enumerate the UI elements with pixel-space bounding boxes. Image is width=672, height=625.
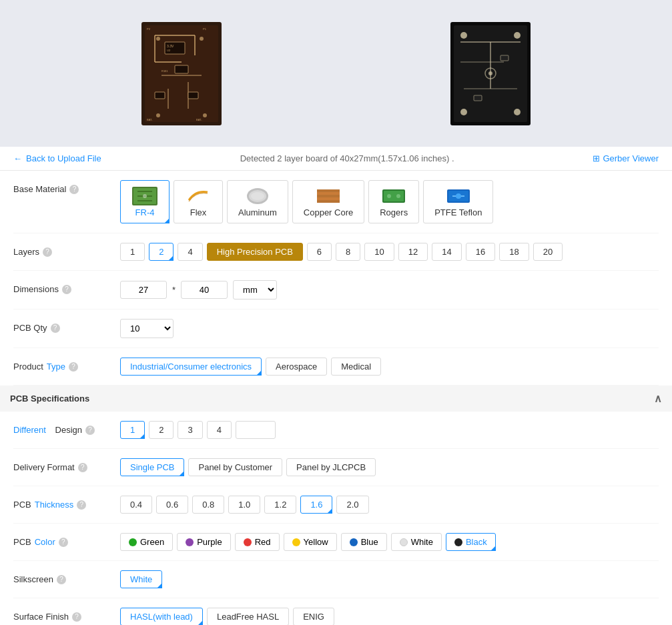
color-black[interactable]: Black (446, 533, 496, 551)
surface-finish-enig[interactable]: ENIG (293, 608, 334, 625)
dimensions-help[interactable]: ? (62, 285, 71, 294)
different-design-1[interactable]: 1 (120, 421, 145, 439)
different-design-3[interactable]: 3 (178, 421, 202, 439)
layers-20[interactable]: 20 (533, 243, 563, 261)
thickness-2-0[interactable]: 2.0 (336, 496, 368, 514)
color-green[interactable]: Green (120, 533, 173, 551)
back-link-label: Back to Upload File (26, 153, 101, 163)
base-material-ptfe[interactable]: PTFE Teflon (423, 180, 493, 223)
thickness-0-8[interactable]: 0.8 (192, 496, 224, 514)
back-to-upload-link[interactable]: ← Back to Upload File (13, 153, 101, 163)
svg-text:3.3V: 3.3V (167, 44, 174, 48)
image-preview-area: 3.3V U2 P2 P1 R101 BAT- BAT- (0, 0, 672, 147)
pcb-thickness-help[interactable]: ? (77, 500, 86, 510)
dimensions-height-input[interactable] (181, 281, 228, 299)
layers-6[interactable]: 6 (307, 243, 332, 261)
svg-point-43 (143, 194, 147, 198)
thickness-0-6[interactable]: 0.6 (156, 496, 188, 514)
surface-finish-hasl-lead[interactable]: HASL(with lead) (120, 608, 203, 625)
copper-core-icon (315, 186, 342, 206)
thickness-1-2[interactable]: 1.2 (264, 496, 296, 514)
surface-finish-label: Surface Finish ? (13, 608, 120, 622)
layers-8[interactable]: 8 (336, 243, 360, 261)
layers-2[interactable]: 2 (149, 243, 174, 261)
dimensions-inputs: * mm inch (120, 280, 277, 299)
color-red[interactable]: Red (235, 533, 280, 551)
svg-point-57 (456, 193, 461, 199)
red-dot (244, 538, 252, 546)
nav-bar: ← Back to Upload File Detected 2 layer b… (0, 147, 672, 171)
color-blue[interactable]: Blue (341, 533, 387, 551)
color-yellow[interactable]: Yellow (284, 533, 337, 551)
thickness-0-4[interactable]: 0.4 (120, 496, 152, 514)
color-white[interactable]: White (391, 533, 442, 551)
surface-finish-help[interactable]: ? (72, 612, 81, 622)
yellow-dot (292, 538, 300, 546)
base-material-label: Base Material ? (13, 180, 120, 194)
layers-row: Layers ? 1 2 4 High Precision PCB 6 (13, 233, 659, 271)
layers-12[interactable]: 12 (398, 243, 428, 261)
layers-16[interactable]: 16 (466, 243, 495, 261)
svg-text:U2: U2 (167, 49, 171, 52)
dimensions-separator: * (172, 285, 176, 295)
base-material-flex[interactable]: Flex (174, 180, 223, 223)
pcb-color-help[interactable]: ? (59, 538, 68, 547)
product-type-label: Product Type ? (13, 358, 120, 372)
base-material-help[interactable]: ? (69, 185, 79, 194)
base-material-fr4[interactable]: FR-4 (120, 180, 170, 223)
thickness-1-6[interactable]: 1.6 (300, 496, 332, 514)
product-type-industrial[interactable]: Industrial/Consumer electronics (120, 358, 262, 376)
different-design-row: Different Design ? 1 2 3 4 (13, 412, 659, 449)
base-material-copper-core[interactable]: Copper Core (292, 180, 364, 223)
base-material-options: FR-4 Flex Aluminum (120, 180, 659, 223)
base-material-rogers[interactable]: Rogers (368, 180, 419, 223)
product-type-aerospace[interactable]: Aerospace (266, 358, 327, 376)
collapse-icon[interactable]: ∧ (654, 392, 662, 405)
product-type-help[interactable]: ? (69, 362, 78, 372)
silkscreen-white[interactable]: White (120, 570, 162, 588)
layers-4[interactable]: 4 (178, 243, 202, 261)
pcb-thickness-label: PCB Thickness ? (13, 496, 120, 510)
dimensions-unit-select[interactable]: mm inch (233, 280, 277, 299)
different-design-4[interactable]: 4 (207, 421, 232, 439)
different-design-options: 1 2 3 4 (120, 421, 659, 439)
pcb-color-options: Green Purple Red Yellow Blue (120, 533, 659, 551)
different-design-2[interactable]: 2 (149, 421, 174, 439)
delivery-format-panel-jlcpcb[interactable]: Panel by JLCPCB (286, 458, 376, 476)
product-type-medical[interactable]: Medical (331, 358, 381, 376)
svg-text:P1: P1 (203, 27, 207, 31)
layers-14[interactable]: 14 (432, 243, 461, 261)
rogers-icon (380, 186, 407, 206)
layers-1[interactable]: 1 (120, 243, 145, 261)
white-dot (400, 538, 408, 546)
svg-rect-48 (317, 192, 340, 195)
base-material-aluminum[interactable]: Aluminum (227, 180, 288, 223)
detected-board-info: Detected 2 layer board of 40x27mm(1.57x1… (240, 153, 454, 163)
svg-point-46 (251, 192, 264, 200)
svg-text:BAT-: BAT- (147, 118, 153, 121)
svg-point-15 (156, 113, 160, 117)
surface-finish-row: Surface Finish ? HASL(with lead) LeadFre… (13, 598, 659, 625)
pcb-front-image: 3.3V U2 P2 P1 R101 BAT- BAT- (141, 22, 222, 125)
color-purple[interactable]: Purple (177, 533, 231, 551)
different-design-help[interactable]: ? (85, 426, 95, 435)
delivery-format-panel-customer[interactable]: Panel by Customer (188, 458, 282, 476)
layers-help[interactable]: ? (43, 247, 52, 257)
gerber-viewer-link[interactable]: ⊞ Gerber Viewer (593, 153, 659, 163)
pcb-qty-select[interactable]: 5 10 15 20 25 30 50 75 100 (120, 319, 174, 338)
surface-finish-leadfree[interactable]: LeadFree HASL (207, 608, 289, 625)
thickness-1-0[interactable]: 1.0 (228, 496, 260, 514)
delivery-format-options: Single PCB Panel by Customer Panel by JL… (120, 458, 659, 476)
pcb-qty-help[interactable]: ? (51, 324, 60, 333)
main-container: 3.3V U2 P2 P1 R101 BAT- BAT- (0, 0, 672, 625)
delivery-format-help[interactable]: ? (78, 463, 87, 472)
layers-high-precision[interactable]: High Precision PCB (207, 243, 303, 261)
layers-10[interactable]: 10 (364, 243, 394, 261)
dimensions-width-input[interactable] (120, 281, 167, 299)
delivery-format-single[interactable]: Single PCB (120, 458, 184, 476)
different-design-custom[interactable] (236, 421, 276, 439)
layers-label: Layers ? (13, 243, 120, 257)
layers-18[interactable]: 18 (499, 243, 529, 261)
silkscreen-help[interactable]: ? (57, 575, 66, 584)
svg-text:P2: P2 (147, 27, 151, 31)
